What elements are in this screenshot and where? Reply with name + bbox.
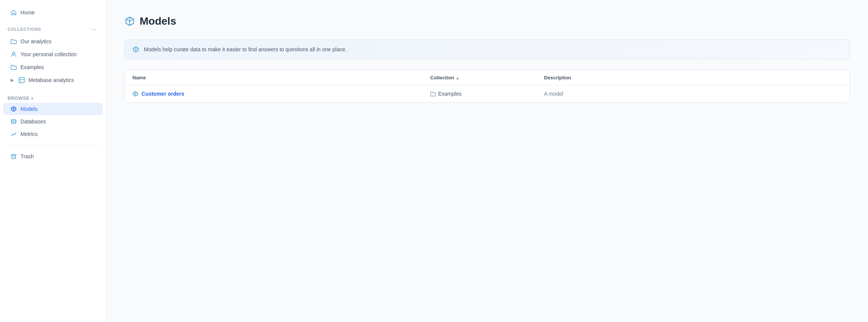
sidebar-item-metabase-analytics[interactable]: ▶ Metabase analytics xyxy=(3,74,103,86)
sidebar-divider xyxy=(8,145,98,145)
svg-point-4 xyxy=(11,120,16,121)
sidebar-item-metrics[interactable]: Metrics xyxy=(3,128,103,140)
folder-icon xyxy=(11,38,17,44)
trash-icon xyxy=(11,153,17,159)
col-header-description: Description xyxy=(544,75,842,80)
model-name-text: Customer orders xyxy=(142,91,184,97)
sidebar-item-trash[interactable]: Trash xyxy=(3,150,103,163)
metrics-chart-icon xyxy=(11,131,17,137)
svg-point-0 xyxy=(13,52,15,54)
examples-label: Examples xyxy=(20,64,44,70)
browse-header[interactable]: BROWSE ▾ xyxy=(0,93,106,103)
svg-rect-5 xyxy=(12,155,16,159)
info-banner: Models help curate data to make it easie… xyxy=(124,39,850,59)
database-icon xyxy=(11,118,17,125)
browse-label: BROWSE xyxy=(8,96,30,101)
table-header: Name Collection ▲ Description xyxy=(125,70,849,85)
collections-section-title: COLLECTIONS xyxy=(8,27,41,32)
metrics-label: Metrics xyxy=(20,131,38,137)
collections-more-button[interactable]: ··· xyxy=(90,25,98,33)
sort-icon: ▲ xyxy=(456,76,460,80)
page-cube-icon xyxy=(124,16,135,27)
sidebar-item-examples[interactable]: Examples xyxy=(3,61,103,73)
model-name-cell[interactable]: Customer orders xyxy=(132,91,430,97)
table-icon xyxy=(19,77,25,83)
collection-folder-icon xyxy=(430,91,436,97)
models-cube-icon xyxy=(11,106,17,112)
page-title: Models xyxy=(140,15,176,27)
metabase-analytics-label: Metabase analytics xyxy=(28,77,74,83)
trash-label: Trash xyxy=(20,153,34,159)
sidebar-item-our-analytics[interactable]: Our analytics xyxy=(3,35,103,47)
home-icon xyxy=(11,9,17,16)
expand-arrow-icon: ▶ xyxy=(11,77,14,83)
browse-chevron-icon: ▾ xyxy=(31,96,33,101)
models-label: Models xyxy=(20,106,38,112)
databases-label: Databases xyxy=(20,118,46,125)
our-analytics-label: Our analytics xyxy=(20,38,52,44)
examples-folder-icon xyxy=(11,64,17,70)
sidebar-item-databases[interactable]: Databases xyxy=(3,115,103,128)
svg-rect-1 xyxy=(19,77,24,83)
models-table: Name Collection ▲ Description Customer o… xyxy=(124,70,850,103)
description-cell: A model xyxy=(544,91,842,97)
browse-section: BROWSE ▾ Models Databases xyxy=(0,93,106,140)
collection-name-text: Examples xyxy=(438,91,461,97)
info-cube-icon xyxy=(132,46,139,53)
info-banner-text: Models help curate data to make it easie… xyxy=(144,46,347,52)
collections-section-header: COLLECTIONS ··· xyxy=(0,22,106,35)
sidebar-item-models[interactable]: Models xyxy=(3,103,103,115)
model-cube-icon xyxy=(132,91,138,97)
page-header: Models xyxy=(124,15,850,27)
sidebar: Home COLLECTIONS ··· Our analytics Your … xyxy=(0,0,106,322)
sidebar-item-home[interactable]: Home xyxy=(3,6,103,19)
home-label: Home xyxy=(20,9,35,16)
collection-cell: Examples xyxy=(430,91,544,97)
table-row: Customer orders Examples A model xyxy=(125,85,849,102)
sidebar-item-personal-collection[interactable]: Your personal collection xyxy=(3,48,103,60)
col-header-name[interactable]: Name xyxy=(132,75,430,80)
col-header-collection[interactable]: Collection ▲ xyxy=(430,75,544,80)
person-icon xyxy=(11,51,17,57)
personal-collection-label: Your personal collection xyxy=(20,51,77,57)
main-content: Models Models help curate data to make i… xyxy=(106,0,868,322)
